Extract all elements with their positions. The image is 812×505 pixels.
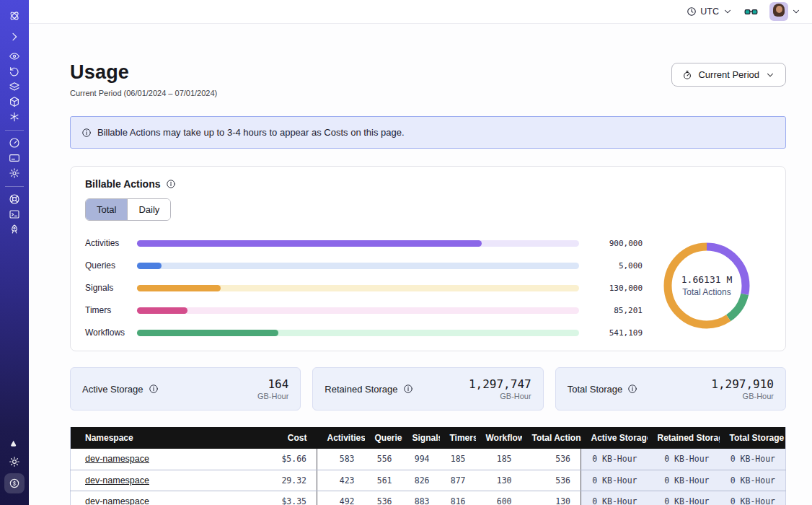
bar-row-queries: Queries 5,000	[85, 260, 643, 271]
bar-track	[137, 330, 579, 336]
cell-retained-storage: 0 KB-Hour	[648, 449, 720, 470]
cell-workflows: 185	[476, 449, 522, 470]
bar-track	[137, 285, 579, 291]
cell-retained-storage: 0 KB-Hour	[648, 470, 720, 491]
info-icon[interactable]	[627, 384, 637, 394]
cell-timers: 877	[440, 470, 476, 491]
cell-active-storage: 0 KB-Hour	[581, 491, 648, 505]
timezone-selector[interactable]: UTC	[687, 6, 733, 17]
cell-retained-storage: 0 KB-Hour	[648, 491, 720, 505]
cell-cost: $3.35	[271, 491, 317, 505]
info-icon[interactable]	[403, 384, 413, 394]
info-icon[interactable]	[166, 179, 176, 189]
namespace-link[interactable]: dev-namespace	[85, 475, 149, 486]
cell-activities: 492	[317, 491, 365, 505]
active-storage-card: Active Storage 164 GB-Hour	[70, 367, 301, 410]
table-row: dev-namespace $5.66 583 556 994 185 185 …	[71, 449, 786, 470]
tab-total[interactable]: Total	[86, 199, 127, 220]
current-period-label: Current Period	[698, 69, 759, 80]
billable-bars: Activities 900,000 Queries 5,000 Signals	[85, 234, 643, 338]
bar-label: Queries	[85, 260, 133, 271]
page-content: Usage Current Period (06/01/2024 – 07/01…	[29, 24, 812, 505]
cell-total-actions: 130	[522, 491, 581, 505]
top-bar: UTC	[29, 0, 812, 24]
billable-actions-title: Billable Actions	[85, 178, 161, 190]
current-period-dropdown[interactable]: Current Period	[671, 63, 786, 87]
storage-summary-row: Active Storage 164 GB-Hour Retained Stor…	[70, 367, 786, 410]
col-header-cost: Cost	[271, 427, 317, 449]
bar-value: 541,109	[591, 328, 643, 338]
col-header-retained-storage: Retained Storage	[648, 427, 720, 449]
cell-total-storage: 0 KB-Hour	[720, 470, 786, 491]
active-storage-unit: GB-Hour	[257, 392, 288, 400]
bar-fill	[137, 307, 187, 314]
asterisk-icon[interactable]	[9, 111, 20, 123]
cell-active-storage: 0 KB-Hour	[581, 470, 648, 491]
info-banner: Billable Actions may take up to 3-4 hour…	[70, 116, 786, 149]
table-row: dev-namespace 29.32 423 561 826 877 130 …	[71, 470, 786, 491]
layers-icon[interactable]	[9, 81, 20, 92]
bar-fill	[137, 240, 482, 247]
glasses-icon[interactable]	[744, 5, 758, 19]
cell-signals: 826	[402, 470, 440, 491]
restore-clock-icon[interactable]	[9, 66, 20, 77]
bar-value: 130,000	[591, 284, 643, 293]
retained-storage-unit: GB-Hour	[469, 392, 531, 400]
user-menu[interactable]	[769, 2, 801, 21]
col-header-total-actions: Total Actions	[522, 427, 581, 449]
clock-icon	[687, 6, 697, 17]
bar-value: 5,000	[591, 261, 643, 271]
col-header-timers: Timers	[440, 427, 476, 449]
table-header-row: Namespace Cost Activities Queries Signal…	[71, 427, 786, 449]
bar-row-timers: Timers 85,201	[85, 305, 643, 315]
retained-storage-card: Retained Storage 1,297,747 GB-Hour	[312, 367, 543, 410]
rocket-icon[interactable]	[9, 224, 20, 235]
total-actions-donut: 1.66131 M Total Actions	[643, 234, 771, 338]
usage-billing-active-button[interactable]	[4, 473, 25, 493]
cell-total-actions: 536	[522, 449, 581, 470]
cube-icon[interactable]	[9, 96, 20, 107]
info-icon[interactable]	[149, 384, 159, 394]
gauge-icon[interactable]	[9, 137, 20, 149]
bar-row-activities: Activities 900,000	[85, 238, 643, 248]
bar-value: 85,201	[591, 306, 643, 315]
retained-storage-label: Retained Storage	[325, 384, 397, 395]
total-storage-card: Total Storage 1,297,910 GB-Hour	[555, 367, 786, 410]
retained-storage-value: 1,297,747	[469, 377, 531, 391]
bar-row-workflows: Workflows 541,109	[85, 328, 643, 338]
cell-timers: 185	[440, 449, 476, 470]
timezone-label: UTC	[700, 6, 719, 17]
stopwatch-icon	[682, 70, 692, 80]
cell-total-storage: 0 KB-Hour	[720, 449, 786, 470]
tab-daily[interactable]: Daily	[127, 199, 170, 220]
active-storage-label: Active Storage	[82, 384, 144, 395]
bar-label: Signals	[85, 283, 133, 293]
cell-activities: 423	[317, 470, 365, 491]
main-area: UTC Usage Current Period (06/01/2024 – 0…	[29, 0, 812, 505]
temporal-logo-icon[interactable]	[9, 10, 20, 22]
flask-icon[interactable]	[9, 436, 20, 448]
col-header-workflows: Workflows	[476, 427, 522, 449]
billable-actions-card: Billable Actions Total Daily Activities …	[70, 166, 786, 351]
namespace-usage-table: Namespace Cost Activities Queries Signal…	[70, 427, 786, 505]
col-header-namespace: Namespace	[71, 427, 271, 449]
namespace-link[interactable]: dev-namespace	[85, 496, 149, 505]
total-daily-toggle: Total Daily	[85, 198, 171, 221]
sun-icon[interactable]	[9, 456, 20, 467]
bar-value: 900,000	[591, 239, 643, 248]
life-ring-icon[interactable]	[9, 193, 20, 205]
cell-cost: $5.66	[271, 449, 317, 470]
total-storage-label: Total Storage	[568, 384, 623, 395]
cell-queries: 536	[365, 491, 402, 505]
cell-total-actions: 536	[522, 470, 581, 491]
gear-icon[interactable]	[9, 167, 20, 179]
bar-row-signals: Signals 130,000	[85, 283, 643, 293]
cell-signals: 883	[402, 491, 440, 505]
namespace-link[interactable]: dev-namespace	[85, 454, 149, 464]
eye-icon[interactable]	[9, 50, 20, 62]
terminal-window-icon[interactable]	[9, 208, 20, 220]
page-title: Usage	[70, 61, 217, 84]
cell-active-storage: 0 KB-Hour	[581, 449, 648, 470]
expand-sidebar-chevron-right-icon[interactable]	[9, 31, 20, 43]
credit-card-icon[interactable]	[9, 152, 20, 164]
